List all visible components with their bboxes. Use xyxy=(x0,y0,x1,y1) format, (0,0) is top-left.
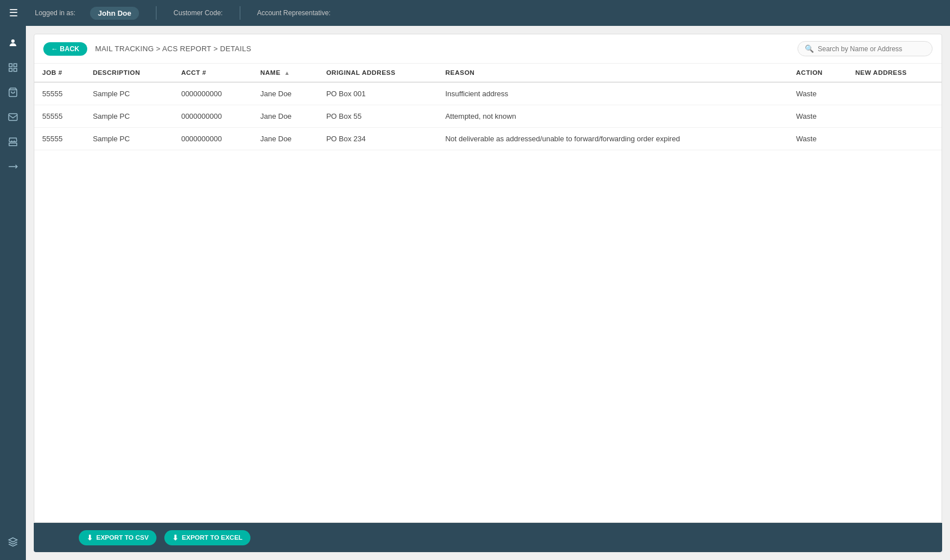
account-rep-label: Account Representative: xyxy=(257,9,331,17)
svg-rect-1 xyxy=(9,64,12,66)
sidebar xyxy=(0,26,26,560)
back-button[interactable]: ← BACK xyxy=(43,42,87,56)
data-table: JOB # DESCRIPTION ACCT # NAME ▲ ORIGINAL… xyxy=(34,64,942,150)
table-cell-2: 0000000000 xyxy=(173,82,253,105)
table-cell-3: Jane Doe xyxy=(252,105,318,128)
table-cell-7 xyxy=(848,128,942,150)
svg-rect-6 xyxy=(9,114,17,120)
svg-point-0 xyxy=(11,39,15,43)
table-cell-5: Not deliverable as addressed/unable to f… xyxy=(437,128,788,150)
table-cell-4: PO Box 234 xyxy=(319,128,438,150)
divider xyxy=(156,6,156,20)
export-csv-label: EXPORT TO CSV xyxy=(96,534,149,541)
table-cell-6: Waste xyxy=(788,82,848,105)
table-cell-5: Attempted, not known xyxy=(437,105,788,128)
export-excel-label: EXPORT TO EXCEL xyxy=(182,534,243,541)
username-badge: John Doe xyxy=(90,7,139,20)
customer-code-label: Customer Code: xyxy=(173,9,222,17)
table-cell-2: 0000000000 xyxy=(173,128,253,150)
sidebar-item-user[interactable] xyxy=(2,32,24,54)
search-box: 🔍 xyxy=(797,41,933,56)
content-area: ← BACK MAIL TRACKING > ACS REPORT > DETA… xyxy=(34,34,942,523)
table-cell-4: PO Box 55 xyxy=(319,105,438,128)
svg-rect-7 xyxy=(9,143,17,146)
logged-in-label: Logged in as: xyxy=(35,9,75,17)
sidebar-item-cart[interactable] xyxy=(2,81,24,104)
table-cell-0: 55555 xyxy=(34,82,85,105)
col-name: NAME ▲ xyxy=(252,64,318,82)
export-excel-button[interactable]: ⬇ EXPORT TO EXCEL xyxy=(164,530,250,545)
table-cell-3: Jane Doe xyxy=(252,128,318,150)
col-action: ACTION xyxy=(788,64,848,82)
sidebar-item-layers[interactable] xyxy=(2,531,24,553)
export-excel-icon: ⬇ xyxy=(172,534,178,542)
sidebar-item-store[interactable] xyxy=(2,131,24,153)
table-header-row: JOB # DESCRIPTION ACCT # NAME ▲ ORIGINAL… xyxy=(34,64,942,82)
app-body: ← BACK MAIL TRACKING > ACS REPORT > DETA… xyxy=(0,26,950,560)
menu-icon[interactable]: ☰ xyxy=(9,7,18,19)
sidebar-item-mail[interactable] xyxy=(2,106,24,128)
table-cell-2: 0000000000 xyxy=(173,105,253,128)
sort-icon: ▲ xyxy=(284,70,290,76)
table-cell-4: PO Box 001 xyxy=(319,82,438,105)
table-cell-7 xyxy=(848,105,942,128)
table-cell-0: 55555 xyxy=(34,128,85,150)
bottom-bar: ⬇ EXPORT TO CSV ⬇ EXPORT TO EXCEL xyxy=(34,523,942,552)
table-cell-5: Insufficient address xyxy=(437,82,788,105)
table-cell-6: Waste xyxy=(788,128,848,150)
table-cell-6: Waste xyxy=(788,105,848,128)
svg-marker-8 xyxy=(9,538,17,543)
svg-rect-3 xyxy=(9,69,12,71)
content-toolbar: ← BACK MAIL TRACKING > ACS REPORT > DETA… xyxy=(34,34,942,64)
spacer-bottom xyxy=(26,552,950,560)
col-new-address: NEW ADDRESS xyxy=(848,64,942,82)
search-icon: 🔍 xyxy=(805,44,814,53)
table-cell-1: Sample PC xyxy=(85,82,173,105)
table-cell-0: 55555 xyxy=(34,105,85,128)
col-acct-num: ACCT # xyxy=(173,64,253,82)
export-csv-icon: ⬇ xyxy=(87,534,93,542)
sidebar-item-export[interactable] xyxy=(2,155,24,178)
svg-rect-2 xyxy=(14,64,17,66)
sidebar-item-dashboard[interactable] xyxy=(2,56,24,79)
table-row: 55555Sample PC0000000000Jane DoePO Box 0… xyxy=(34,82,942,105)
table-row: 55555Sample PC0000000000Jane DoePO Box 5… xyxy=(34,105,942,128)
col-original-address: ORIGINAL ADDRESS xyxy=(319,64,438,82)
col-description: DESCRIPTION xyxy=(85,64,173,82)
table-body: 55555Sample PC0000000000Jane DoePO Box 0… xyxy=(34,82,942,150)
divider2 xyxy=(240,6,240,20)
table-cell-1: Sample PC xyxy=(85,128,173,150)
col-reason: REASON xyxy=(437,64,788,82)
table-cell-3: Jane Doe xyxy=(252,82,318,105)
search-input[interactable] xyxy=(818,45,925,53)
top-bar: ☰ Logged in as: John Doe Customer Code: … xyxy=(0,0,950,26)
col-job-num: JOB # xyxy=(34,64,85,82)
toolbar-left: ← BACK MAIL TRACKING > ACS REPORT > DETA… xyxy=(43,42,251,56)
svg-rect-4 xyxy=(14,69,17,71)
breadcrumb: MAIL TRACKING > ACS REPORT > DETAILS xyxy=(95,44,251,53)
table-row: 55555Sample PC0000000000Jane DoePO Box 2… xyxy=(34,128,942,150)
main-content: ← BACK MAIL TRACKING > ACS REPORT > DETA… xyxy=(26,26,950,560)
export-csv-button[interactable]: ⬇ EXPORT TO CSV xyxy=(79,530,156,545)
table-container: JOB # DESCRIPTION ACCT # NAME ▲ ORIGINAL… xyxy=(34,64,942,522)
table-cell-7 xyxy=(848,82,942,105)
table-cell-1: Sample PC xyxy=(85,105,173,128)
